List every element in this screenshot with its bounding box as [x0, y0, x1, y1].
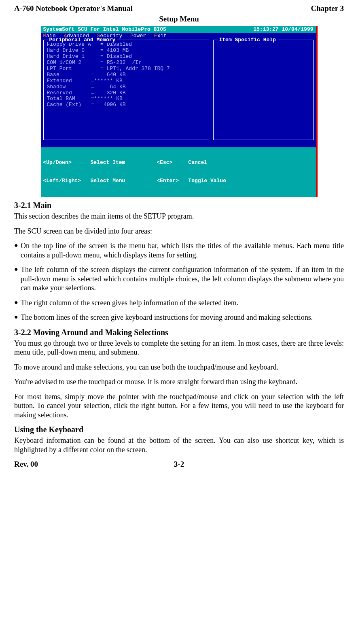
bullet-icon: ● [14, 265, 21, 293]
section-3-2-2-title: 3-2.2 Moving Around and Making Selection… [14, 328, 344, 337]
bios-row: Hard Drive 1 = Disabled [47, 54, 206, 60]
header-left: A-760 Notebook Operator's Manual [14, 4, 133, 13]
body-text: You must go through two or three levels … [14, 339, 344, 357]
bios-row: Reserved = 320 KB [47, 90, 206, 96]
body-text: This section describes the main items of… [14, 212, 344, 221]
bios-help-line: <Left/Right> Select Menu <Enter> Toggle … [43, 178, 314, 184]
body-text: For most items, simply move the pointer … [14, 392, 344, 420]
bullet-text: The bottom lines of the screen give keyb… [21, 313, 344, 322]
bios-datetime: 15:13:27 10/04/1999 [253, 26, 313, 32]
bios-row: Base = 640 KB [47, 72, 206, 78]
bios-row: COM 1/COM 2 = RS-232 /Ir [47, 60, 206, 66]
bios-row: Cache (Ext) = 4096 KB [47, 102, 206, 108]
bios-bottom-help: <Up/Down> Select Item <Esc> Cancel <Left… [41, 147, 316, 197]
header-right: Chapter 3 [311, 4, 344, 13]
body-text: You're advised to use the touchpad or mo… [14, 377, 344, 387]
bullet-text: The right column of the screen gives hel… [21, 298, 344, 308]
bios-row: LPT Port = LPT1, Addr 378 IRQ 7 [47, 66, 206, 72]
bullet-icon: ● [14, 298, 21, 308]
bullet-item: ● On the top line of the screen is the m… [14, 241, 344, 259]
page-header: A-760 Notebook Operator's Manual Chapter… [14, 4, 344, 13]
bios-screenshot: SystemSoft SCU For Intel MobilePro BIOS … [41, 26, 318, 197]
bios-left-panel-title: Peripheral and Memory [48, 37, 117, 43]
menu-power: ower [134, 33, 146, 39]
bullet-item: ● The left column of the screen displays… [14, 265, 344, 293]
bios-help-line: <Up/Down> Select Item <Esc> Cancel [43, 159, 314, 166]
footer-page-number: 3-2 [63, 460, 295, 469]
bios-row: Shadow = 64 KB [47, 84, 206, 90]
footer-rev: Rev. 00 [14, 460, 63, 469]
bios-row: Extended =****** KB [47, 78, 206, 84]
bios-right-panel: Item Specific Help [213, 40, 314, 140]
bios-row: Hard Drive 0 = 4103 MB [47, 48, 206, 54]
section-3-2-1-title: 3-2.1 Main [14, 201, 344, 210]
page-footer: Rev. 00 3-2 [14, 460, 344, 469]
bullet-item: ● The right column of the screen gives h… [14, 298, 344, 308]
body-text: To move around and make selections, you … [14, 363, 344, 372]
bios-row: Total RAM =****** KB [47, 96, 206, 102]
menu-exit: xit [157, 33, 167, 39]
bios-left-panel: Peripheral and Memory Floppy Drive A = D… [43, 40, 209, 140]
bullet-text: On the top line of the screen is the men… [21, 241, 344, 259]
bullet-icon: ● [14, 241, 21, 259]
menu-exit-hotkey: E [154, 33, 157, 39]
using-keyboard-title: Using the Keyboard [14, 425, 344, 434]
body-text: The SCU screen can be divided into four … [14, 227, 344, 236]
bullet-icon: ● [14, 313, 21, 322]
bios-title: SystemSoft SCU For Intel MobilePro BIOS [43, 26, 166, 32]
figure-title: Setup Menu [14, 15, 344, 23]
bios-right-panel-title: Item Specific Help [218, 37, 278, 43]
menu-power-hotkey: P [130, 33, 134, 39]
body-text: Keyboard information can be found at the… [14, 436, 344, 454]
bullet-text: The left column of the screen displays t… [21, 265, 344, 293]
bullet-item: ● The bottom lines of the screen give ke… [14, 313, 344, 322]
